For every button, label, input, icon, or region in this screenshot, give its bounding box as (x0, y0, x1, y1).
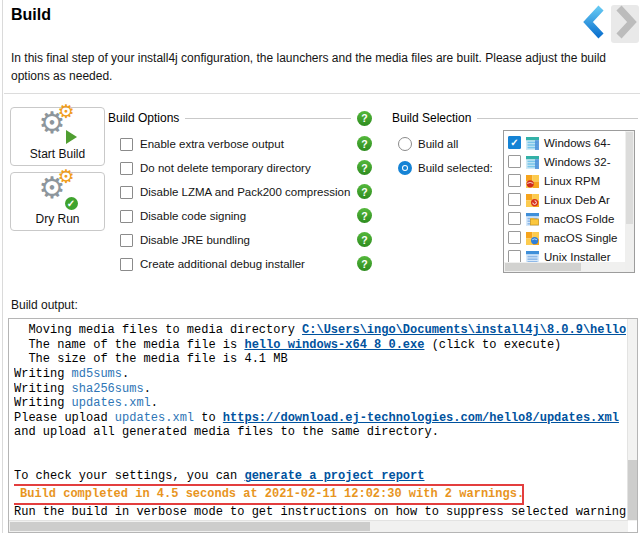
windows-media-icon (526, 155, 539, 168)
console-line: The size of the media file is 4.1 MB (14, 352, 626, 367)
console-line: Writing updates.xml. (14, 396, 626, 411)
header-divider (4, 93, 640, 94)
checkbox-checked[interactable]: ✓ (508, 136, 521, 149)
help-icon[interactable]: ? (357, 256, 372, 271)
console-text-segment: . (122, 367, 129, 381)
media-file-label: macOS Folde (544, 213, 614, 225)
linux-deb-media-icon (526, 193, 539, 206)
console-line (14, 455, 626, 470)
build-option-label: Create additional debug installer (140, 258, 305, 270)
checkbox-unchecked[interactable] (120, 186, 133, 199)
build-option-row: Enable extra verbose output? (108, 136, 372, 152)
build-options-group: Build Options ? Enable extra verbose out… (108, 110, 372, 126)
build-option-label: Do not delete temporary directory (140, 162, 311, 174)
media-file-row[interactable]: macOS Folde (504, 209, 625, 228)
chevron-right-icon (612, 5, 638, 43)
macos-folder-media-icon (526, 212, 539, 225)
radio-row[interactable]: Build all (398, 136, 458, 152)
scrollbar-thumb[interactable] (626, 132, 633, 224)
help-icon[interactable]: ? (357, 184, 372, 199)
console-line: Please upload updates.xml to https://dow… (14, 411, 626, 426)
help-icon[interactable]: ? (357, 160, 372, 175)
step-navigation (580, 5, 639, 43)
media-file-row[interactable]: macOS Single (504, 228, 625, 247)
media-file-row[interactable]: Windows 32- (504, 152, 625, 171)
radio-button-selected[interactable] (398, 161, 412, 175)
checkbox-unchecked[interactable] (120, 138, 133, 151)
checkbox-unchecked[interactable] (508, 174, 521, 187)
dry-run-gears-icon: ⚙ ⚙ ✓ (35, 174, 81, 210)
media-list-vertical-scrollbar[interactable] (625, 131, 634, 272)
checkbox-unchecked[interactable] (120, 258, 133, 271)
dry-run-button[interactable]: ⚙ ⚙ ✓ Dry Run (10, 172, 105, 231)
console-line (14, 440, 626, 455)
console-link[interactable]: C:\Users\ingo\Documents\install4j\8.0.9\… (302, 323, 626, 337)
radio-button[interactable] (398, 137, 412, 151)
group-rule (477, 118, 638, 119)
media-file-row[interactable]: Linux RPM (504, 171, 625, 190)
checkbox-unchecked[interactable] (508, 155, 521, 168)
console-text-segment: Moving media files to media directory (14, 323, 302, 337)
help-icon[interactable]: ? (357, 111, 372, 126)
check-icon: ✓ (65, 197, 78, 210)
media-file-label: Unix Installer (544, 251, 610, 263)
scrollbar-thumb[interactable] (10, 522, 370, 531)
console-vertical-scrollbar[interactable] (627, 319, 637, 521)
console-text-segment: . (144, 382, 151, 396)
console-line: Moving media files to media directory C:… (14, 323, 626, 338)
build-option-label: Disable JRE bundling (140, 234, 250, 246)
checkbox-unchecked[interactable] (508, 193, 521, 206)
help-icon[interactable]: ? (357, 208, 372, 223)
next-step-button[interactable] (611, 5, 639, 43)
previous-step-button[interactable] (580, 5, 608, 43)
build-option-label: Disable code signing (140, 210, 246, 222)
console-link[interactable]: https://download.ej-technologies.com/hel… (223, 411, 619, 425)
help-icon[interactable]: ? (357, 136, 372, 151)
checkbox-unchecked[interactable] (508, 212, 521, 225)
start-build-label: Start Build (30, 147, 85, 161)
checkbox-unchecked[interactable] (508, 231, 521, 244)
checkbox-unchecked[interactable] (120, 210, 133, 223)
build-options-title: Build Options (108, 111, 179, 125)
start-build-gears-icon: ⚙ ⚙ (35, 109, 81, 145)
page-title: Build (11, 6, 51, 24)
console-text-segment: (click to execute) (424, 338, 561, 352)
media-file-row[interactable]: Linux Deb Ar (504, 190, 625, 209)
radio-row[interactable]: Build selected: (398, 160, 493, 176)
build-selection-title: Build Selection (392, 111, 471, 125)
build-selection-group: Build Selection Build allBuild selected: (392, 110, 638, 126)
media-file-row[interactable]: ✓Windows 64- (504, 133, 625, 152)
help-icon[interactable]: ? (357, 232, 372, 247)
build-completed-highlight-box: Build completed in 4.5 seconds at 2021-0… (14, 484, 524, 505)
build-option-row: Create additional debug installer? (108, 256, 372, 272)
scrollbar-thumb[interactable] (628, 460, 637, 520)
checkbox-unchecked[interactable] (120, 162, 133, 175)
console-text-segment: and upload all generated media files to … (14, 425, 439, 439)
console-text-segment: Writing (14, 396, 72, 410)
console-link[interactable]: hello_windows-x64_8_0.exe (244, 338, 424, 352)
macos-single-media-icon (526, 231, 539, 244)
gear-icon: ⚙ (57, 166, 74, 188)
console-filename: md5sums (72, 367, 122, 381)
console-link[interactable]: generate a project report (244, 469, 424, 483)
console-text-segment: Writing (14, 367, 72, 381)
chevron-left-icon (581, 5, 607, 43)
radio-label: Build selected: (418, 162, 493, 174)
checkbox-unchecked[interactable] (120, 234, 133, 247)
console-text-segment: To check your settings, you can (14, 469, 244, 483)
media-file-label: Linux Deb Ar (544, 194, 610, 206)
console-line: To check your settings, you can generate… (14, 469, 626, 484)
scrollbar-thumb[interactable] (505, 263, 581, 271)
media-file-label: Linux RPM (544, 175, 600, 187)
build-option-label: Enable extra verbose output (140, 138, 284, 150)
build-option-label: Disable LZMA and Pack200 compression (140, 186, 350, 198)
console-line: and upload all generated media files to … (14, 425, 626, 440)
console-final-line: Run the build in verbose mode to get ins… (14, 505, 626, 520)
console-filename: updates.xml (72, 396, 151, 410)
console-horizontal-scrollbar[interactable] (9, 520, 628, 532)
media-file-label: macOS Single (544, 232, 618, 244)
start-build-button[interactable]: ⚙ ⚙ Start Build (10, 107, 105, 166)
console-text-segment: The size of the media file is 4.1 MB (14, 352, 288, 366)
dry-run-label: Dry Run (35, 212, 79, 226)
media-list-horizontal-scrollbar[interactable] (504, 262, 625, 272)
